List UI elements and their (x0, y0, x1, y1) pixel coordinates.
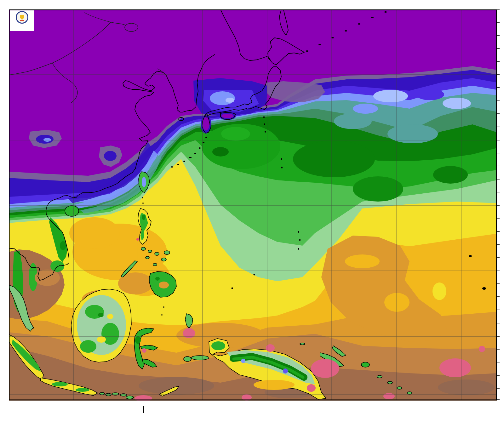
weather-product-page (0, 0, 504, 422)
weather-map (9, 9, 501, 401)
lat-ticks (497, 9, 500, 399)
colorbar (143, 406, 360, 420)
colorbar-cells (143, 406, 144, 413)
nrl-seal-icon (16, 11, 28, 24)
colorbar-ticks (143, 413, 360, 419)
wind-streamlines-canvas (9, 10, 496, 400)
lab-logo (10, 10, 34, 31)
